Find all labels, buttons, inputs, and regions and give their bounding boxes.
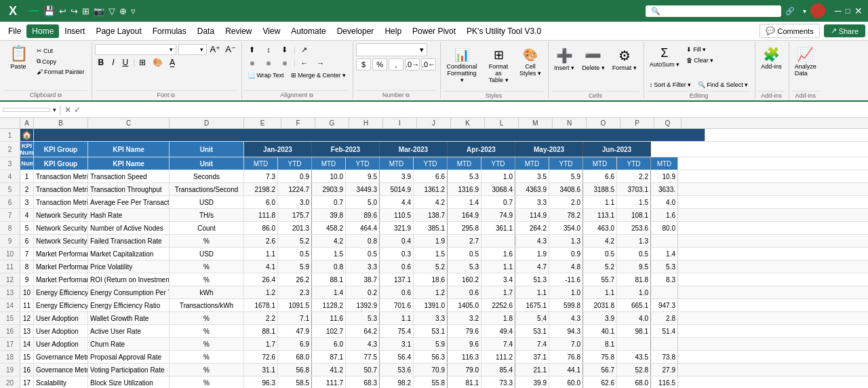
cell-kpi-name[interactable]: Number of Active Nodes bbox=[88, 222, 170, 234]
cell-kpi-group[interactable]: User Adoption bbox=[34, 338, 88, 350]
col-header-p[interactable]: P bbox=[620, 118, 654, 128]
menu-review[interactable]: Review bbox=[220, 24, 257, 38]
cell-kpi-name[interactable]: Energy Consumption Per Tx bbox=[88, 286, 170, 298]
col-header-a[interactable]: A bbox=[20, 118, 34, 128]
col-header-e[interactable]: E bbox=[244, 118, 281, 128]
cell-value[interactable]: 2.8 bbox=[651, 312, 678, 324]
cell-kpi-num[interactable]: 7 bbox=[20, 248, 34, 260]
cell-value[interactable]: 27.9 bbox=[651, 364, 678, 376]
confirm-icon[interactable]: ✓ bbox=[74, 105, 81, 115]
indent-decrease-button[interactable]: ← bbox=[297, 57, 312, 69]
cell-value[interactable]: 51.3 bbox=[515, 273, 549, 286]
cell-value[interactable]: 10.0 bbox=[312, 170, 346, 182]
cell-value[interactable]: 70.9 bbox=[414, 364, 448, 376]
cell-value[interactable]: 55.8 bbox=[414, 376, 448, 388]
cell-value[interactable]: 2903.9 bbox=[312, 183, 346, 195]
cell-l3[interactable]: YTD bbox=[481, 157, 515, 170]
cell-kpi-num[interactable]: 12 bbox=[20, 312, 34, 324]
align-bottom-button[interactable]: ⬇ bbox=[277, 43, 292, 56]
cell-value[interactable]: 96.3 bbox=[244, 376, 278, 388]
cell-value[interactable]: 4.2 bbox=[414, 196, 448, 208]
cell-value[interactable]: 8.3 bbox=[651, 273, 678, 286]
cell-styles-button[interactable]: 🎨 CellStyles ▾ bbox=[517, 46, 544, 78]
cell-value[interactable]: 1.9 bbox=[515, 248, 549, 260]
cell-kpi-group[interactable]: User Adoption bbox=[34, 325, 88, 337]
cell-value[interactable]: 3703.1 bbox=[617, 183, 651, 195]
cell-value[interactable]: 1128.2 bbox=[312, 299, 346, 311]
cell-value[interactable]: 0.5 bbox=[278, 248, 312, 260]
name-box-chevron[interactable]: ▾ bbox=[53, 106, 56, 113]
cell-a2[interactable]: KPINum bbox=[20, 142, 34, 157]
cell-value[interactable]: 53.6 bbox=[380, 364, 414, 376]
cell-value[interactable]: 385.1 bbox=[414, 222, 448, 234]
cell-value[interactable]: 1678.1 bbox=[244, 299, 278, 311]
cell-value[interactable]: 164.9 bbox=[448, 209, 481, 221]
col-header-j[interactable]: J bbox=[417, 118, 451, 128]
cell-kpi-num[interactable]: 15 bbox=[20, 351, 34, 363]
orientation-button[interactable]: ↗ bbox=[297, 43, 312, 56]
cell-value[interactable]: 7.0 bbox=[549, 338, 583, 350]
cell-value[interactable]: 89.6 bbox=[346, 209, 380, 221]
cell-value[interactable]: 37.1 bbox=[515, 351, 549, 363]
redo-icon[interactable]: ↪ bbox=[71, 6, 78, 16]
cell-value[interactable] bbox=[651, 338, 678, 350]
cell-kpi-name[interactable]: Transaction Speed bbox=[88, 170, 170, 182]
formula-input[interactable] bbox=[86, 109, 865, 111]
cell-value[interactable]: 1.1 bbox=[515, 286, 549, 298]
cell-kpi-group[interactable]: Energy Efficiency bbox=[34, 299, 88, 311]
conditional-formatting-button[interactable]: 📊 ConditionalFormatting ▾ bbox=[443, 46, 480, 85]
undo-icon[interactable]: ↩ bbox=[59, 6, 66, 16]
indent-increase-button[interactable]: → bbox=[313, 57, 328, 69]
cell-kpi-name[interactable]: Active User Rate bbox=[88, 325, 170, 337]
cell-kpi-name[interactable]: Failed Transaction Rate bbox=[88, 235, 170, 247]
cell-kpi-name[interactable]: Block Size Utilization bbox=[88, 376, 170, 388]
cell-kpi-group[interactable]: Transaction Metrics bbox=[34, 170, 88, 182]
cell-value[interactable]: 111.8 bbox=[244, 209, 278, 221]
cell-unit[interactable]: % bbox=[170, 235, 244, 247]
cell-value[interactable]: 2198.2 bbox=[244, 183, 278, 195]
row-num[interactable]: 12 bbox=[0, 273, 20, 286]
cell-kpi-group[interactable]: Network Security bbox=[34, 209, 88, 221]
font-name-dropdown[interactable]: ▾ bbox=[95, 44, 176, 55]
cell-value[interactable]: 253.6 bbox=[617, 222, 651, 234]
cell-value[interactable]: 4.8 bbox=[549, 260, 583, 273]
cell-value[interactable]: 94.3 bbox=[549, 325, 583, 337]
cell-value[interactable]: 3.0 bbox=[278, 196, 312, 208]
analyze-data-button[interactable]: 📈 AnalyzeData bbox=[792, 43, 819, 78]
cell-value[interactable]: 0.4 bbox=[380, 235, 414, 247]
cell-value[interactable]: 3449.3 bbox=[346, 183, 380, 195]
cell-unit[interactable]: Transactions/Second bbox=[170, 183, 244, 195]
cell-value[interactable]: 74.9 bbox=[481, 209, 515, 221]
cell-kpi-num[interactable]: 10 bbox=[20, 286, 34, 298]
cell-value[interactable]: 1.0 bbox=[617, 286, 651, 298]
cell-value[interactable]: 49.4 bbox=[481, 325, 515, 337]
menu-help[interactable]: Help bbox=[379, 24, 407, 38]
cell-value[interactable]: 38.7 bbox=[346, 273, 380, 286]
format-cells-button[interactable]: ⚙ Format ▾ bbox=[610, 46, 639, 73]
menu-power-pivot[interactable]: Power Pivot bbox=[407, 24, 461, 38]
cell-value[interactable]: 1.1 bbox=[244, 248, 278, 260]
cell-value[interactable]: 5.3 bbox=[448, 170, 481, 182]
align-left-button[interactable]: ≡ bbox=[245, 57, 260, 69]
cell-kpi-name[interactable]: Transaction Throughput bbox=[88, 183, 170, 195]
cell-value[interactable]: 51.4 bbox=[651, 325, 678, 337]
row-num[interactable]: 18 bbox=[0, 351, 20, 363]
cell-value[interactable]: 3.1 bbox=[380, 338, 414, 350]
col-header-l[interactable]: L bbox=[485, 118, 519, 128]
col-header-g[interactable]: G bbox=[315, 118, 349, 128]
cell-value[interactable]: 56.4 bbox=[380, 351, 414, 363]
cell-value[interactable]: 81.1 bbox=[448, 376, 481, 388]
cell-value[interactable]: 5.4 bbox=[515, 312, 549, 324]
menu-data[interactable]: Data bbox=[192, 24, 220, 38]
cell-value[interactable]: 0.2 bbox=[346, 286, 380, 298]
cell-value[interactable]: 0.6 bbox=[380, 286, 414, 298]
cell-kpi-group[interactable]: Network Security bbox=[34, 222, 88, 234]
cell-value[interactable] bbox=[617, 338, 651, 350]
cell-value[interactable]: 31.1 bbox=[244, 364, 278, 376]
cell-value[interactable]: 108.1 bbox=[617, 209, 651, 221]
cell-m3[interactable]: MTD bbox=[515, 157, 549, 170]
font-increase-button[interactable]: A⁺ bbox=[209, 43, 222, 55]
cell-value[interactable]: 264.2 bbox=[515, 222, 549, 234]
cell-kpi-name[interactable]: Average Fee Per Transaction bbox=[88, 196, 170, 208]
cell-value[interactable]: 0.7 bbox=[481, 196, 515, 208]
